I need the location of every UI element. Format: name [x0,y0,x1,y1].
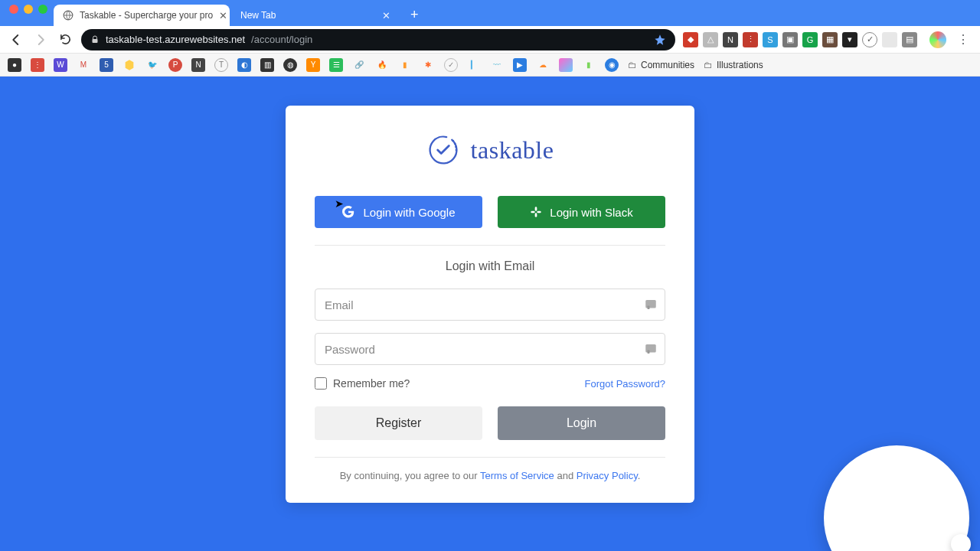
bookmark-icon[interactable]: W [54,58,67,72]
extension-icon[interactable]: ▾ [842,32,858,47]
bookmark-icon[interactable]: ⋮ [31,58,44,72]
password-manager-icon[interactable] [644,342,658,356]
bookmark-folder-label: Illustrations [717,60,763,70]
bookmark-icon[interactable]: 🔗 [352,58,366,72]
bookmark-icon[interactable]: N [191,58,205,72]
extension-icon[interactable]: ▣ [782,32,798,47]
profile-avatar[interactable] [929,31,946,48]
bookmark-icon[interactable]: 🐦 [145,58,159,72]
tab-title: New Tab [240,10,276,21]
extension-icon[interactable]: △ [703,32,718,47]
email-field[interactable] [315,289,665,321]
bookmark-icon[interactable] [559,58,573,72]
browser-toolbar: taskable-test.azurewebsites.net/account/… [0,26,980,54]
bookmark-folder-illustrations[interactable]: 🗀 Illustrations [704,60,763,70]
extension-icon[interactable]: ◆ [683,32,698,47]
bookmark-icon[interactable]: ✓ [444,58,458,72]
new-tab-button[interactable]: + [401,7,428,26]
address-bar[interactable]: taskable-test.azurewebsites.net/account/… [81,29,675,51]
chat-widget-button[interactable] [824,445,969,551]
svg-point-6 [455,149,457,152]
extension-icon[interactable]: ▦ [822,32,838,47]
remember-me[interactable]: Remember me? [315,377,410,390]
divider [315,457,665,458]
bookmark-icon[interactable]: ▎ [467,58,481,72]
url-host: taskable-test.azurewebsites.net [106,34,245,45]
divider [315,245,665,246]
close-icon[interactable]: ✕ [382,10,390,21]
window-close-icon[interactable] [9,5,18,14]
window-controls [6,0,54,26]
bookmark-icon[interactable]: ▶ [513,58,527,72]
brand-name: taskable [471,136,554,165]
bookmark-icon[interactable]: 🔥 [375,58,389,72]
bookmark-folder-communities[interactable]: 🗀 Communities [628,60,694,70]
window-minimize-icon[interactable] [24,5,33,14]
bookmark-folder-label: Communities [641,60,694,70]
tab-title: Taskable - Supercharge your pro [80,10,213,21]
privacy-link[interactable]: Privacy Policy [577,470,638,481]
bookmark-icon[interactable]: M [77,58,90,72]
page-viewport: taskable Login with Google Login with Sl… [0,77,980,551]
bookmark-icon[interactable]: P [168,58,182,72]
bookmark-star-icon[interactable] [654,34,666,46]
svg-point-4 [453,142,456,145]
extension-icon[interactable]: S [763,32,778,47]
button-label: Login with Google [363,206,455,219]
close-icon[interactable]: ✕ [219,10,227,21]
password-field[interactable] [315,333,665,365]
legal-mid: and [554,470,577,481]
login-button[interactable]: Login [498,406,665,440]
bookmark-icon[interactable] [122,58,136,72]
back-button[interactable] [8,31,24,48]
extension-icon[interactable]: G [802,32,818,47]
google-icon [341,205,355,219]
remember-me-label: Remember me? [333,377,410,390]
bookmark-icon[interactable]: 〰 [490,58,504,72]
bookmark-icon[interactable]: ☁ [536,58,550,72]
tab-taskable[interactable]: Taskable - Supercharge your pro ✕ [54,5,230,26]
bookmark-icon[interactable]: ☰ [329,58,343,72]
terms-link[interactable]: Terms of Service [480,470,554,481]
window-zoom-icon[interactable] [38,5,47,14]
bookmark-icon[interactable]: ◍ [283,58,297,72]
bookmark-icon[interactable]: ✱ [421,58,435,72]
register-button[interactable]: Register [315,406,482,440]
svg-rect-13 [645,344,656,353]
svg-rect-8 [537,211,541,214]
taskable-mark-icon [426,133,460,167]
reload-button[interactable] [57,31,74,48]
svg-rect-10 [531,211,535,214]
bookmark-icon[interactable]: ◐ [237,58,251,72]
folder-icon: 🗀 [704,60,713,70]
login-email-heading: Login with Email [315,259,665,273]
svg-rect-12 [648,306,650,310]
bookmark-icon[interactable]: ▮ [398,58,412,72]
login-slack-button[interactable]: Login with Slack [498,196,665,228]
bookmarks-bar: ● ⋮ W M 5 🐦 P N T ◐ ▥ ◍ Y ☰ 🔗 🔥 ▮ ✱ ✓ ▎ … [0,54,980,77]
bookmark-icon[interactable]: ▮ [582,58,596,72]
extension-icon[interactable]: ▤ [902,32,917,47]
browser-menu-button[interactable]: ⋮ [954,32,972,47]
bookmark-icon[interactable]: ◉ [605,58,619,72]
bookmark-icon[interactable]: T [214,58,228,72]
tab-newtab[interactable]: New Tab ✕ [231,5,400,26]
remember-me-checkbox[interactable] [315,377,327,390]
globe-icon [63,10,74,21]
extension-icon[interactable] [882,32,897,47]
extension-icon[interactable]: ✓ [862,32,877,47]
bookmark-icon[interactable]: ▥ [260,58,274,72]
forgot-password-link[interactable]: Forgot Password? [585,378,666,390]
extension-icon[interactable]: N [723,32,738,47]
extension-icon[interactable]: ⋮ [743,32,758,47]
login-google-button[interactable]: Login with Google [315,196,482,228]
password-manager-icon[interactable] [644,298,658,311]
forward-button[interactable] [32,31,49,48]
bookmark-icon[interactable]: Y [306,58,320,72]
bookmark-icon[interactable]: ● [8,58,21,72]
svg-rect-11 [645,300,656,308]
bookmark-icon[interactable]: 5 [100,58,113,72]
browser-titlebar: Taskable - Supercharge your pro ✕ New Ta… [0,0,980,26]
browser-tabs: Taskable - Supercharge your pro ✕ New Ta… [54,0,428,26]
brand-logo: taskable [315,133,665,167]
